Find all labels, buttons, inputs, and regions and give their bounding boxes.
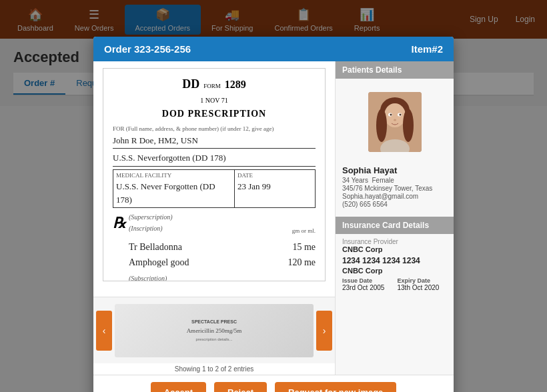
right-panel: Patients Details <box>335 61 454 375</box>
rx-date-box: DATE 23 Jan 99 <box>235 170 315 208</box>
modal-body: DD FORM 1289 1 NOV 71 DOD PRESCRIPTION F… <box>93 61 454 375</box>
insurance-section-title: Insurance Card Details <box>336 217 454 234</box>
patient-address: 345/76 Mckinsey Tower, Texas <box>342 185 447 192</box>
rx-form-number: 1289 <box>225 77 246 93</box>
prescription-modal: Order 323-256-256 Item#2 DD FORM 1289 1 … <box>93 37 454 392</box>
svg-point-10 <box>394 119 396 121</box>
ins-issue-label: Issue Date <box>342 277 392 284</box>
ins-issue-date: 23rd Oct 2005 <box>342 284 392 291</box>
rx-facility-label: MEDICAL FACILITY <box>116 171 231 181</box>
rx-title-text: DOD PRESCRIPTION <box>113 107 316 121</box>
carousel-thumb-1[interactable]: SPECTACLE PRESC Americillin 250mg/5m pre… <box>115 304 314 357</box>
patient-name: Sophia Hayat <box>342 165 447 175</box>
rx-for-label: FOR (Full name, address, & phone number)… <box>113 125 316 134</box>
modal-item-label: Item#2 <box>411 43 443 55</box>
prescription-area: DD FORM 1289 1 NOV 71 DOD PRESCRIPTION F… <box>93 61 335 375</box>
prescription-carousel: ‹ SPECTACLE PRESC Americillin 250mg/5m p… <box>93 297 335 363</box>
rx-symbol: ℞ <box>113 212 126 234</box>
rx-item2-amount: 120 me <box>288 255 316 269</box>
insurance-section: Insurance Card Details Insurance Provide… <box>336 217 454 295</box>
rx-date-value: 23 Jan 99 <box>237 180 312 193</box>
patient-photo <box>368 92 422 152</box>
carousel-showing-text: Showing 1 to 2 of 2 entries <box>93 363 335 375</box>
ins-card-number: 1234 1234 1234 1234 <box>342 256 447 265</box>
ins-expiry-date: 13th Oct 2020 <box>398 284 448 291</box>
rx-dd: DD <box>182 75 199 93</box>
rx-facility-box: MEDICAL FACILITY U.S.S. Never Forgotten … <box>113 170 235 208</box>
svg-point-9 <box>399 114 401 116</box>
patient-email: Sophia.hayat@gmail.com <box>342 193 447 200</box>
modal-footer: Accept Reject Request for new image <box>93 375 454 392</box>
ins-card-corp: CNBC Corp <box>342 267 447 275</box>
patient-phone: (520) 665 6564 <box>342 201 447 208</box>
ins-expiry-label: Expiry Date <box>398 277 448 284</box>
accept-button[interactable]: Accept <box>151 382 206 392</box>
rx-patient-name: John R Doe, HM2, USN <box>113 134 316 147</box>
ins-provider-name: CNBC Corp <box>342 245 447 253</box>
rx-subscription: (Subscription) <box>129 273 316 282</box>
request-new-image-button[interactable]: Request for new image <box>275 382 396 392</box>
modal-order-label: Order 323-256-256 <box>104 43 191 55</box>
svg-point-3 <box>376 109 387 142</box>
patient-age-gender: 34 Years Female <box>342 177 447 184</box>
ins-expiry-block: Expiry Date 13th Oct 2020 <box>398 277 448 291</box>
rx-address: U.S.S. Neverforgotten (DD 178) <box>113 151 316 165</box>
rx-date-line: 1 NOV 71 <box>113 95 316 105</box>
rx-facility-name: U.S.S. Never Forgotten (DD 178) <box>116 180 231 206</box>
carousel-prev-btn[interactable]: ‹ <box>96 311 112 351</box>
patients-section-title: Patients Details <box>336 61 454 79</box>
prescription-main: DD FORM 1289 1 NOV 71 DOD PRESCRIPTION F… <box>93 61 335 297</box>
carousel-next-btn[interactable]: › <box>316 311 332 351</box>
rx-item2-name: Amphogel good <box>129 255 189 269</box>
modal-header: Order 323-256-256 Item#2 <box>93 37 454 61</box>
rx-superscription: (Superscription) <box>129 212 316 222</box>
rx-item1-name: Tr Belladonna <box>129 240 182 254</box>
rx-item1-amount: 15 me <box>292 240 316 254</box>
rx-paper: DD FORM 1289 1 NOV 71 DOD PRESCRIPTION F… <box>103 68 326 281</box>
insurance-info: Insurance Provider CNBC Corp 1234 1234 1… <box>336 234 454 295</box>
svg-point-2 <box>384 103 406 127</box>
rx-date-label: DATE <box>237 171 312 181</box>
svg-point-4 <box>403 109 414 142</box>
ins-provider-label: Insurance Provider <box>342 238 447 245</box>
ins-dates: Issue Date 23rd Oct 2005 Expiry Date 13t… <box>342 277 447 291</box>
reject-button[interactable]: Reject <box>214 382 267 392</box>
ins-issue-block: Issue Date 23rd Oct 2005 <box>342 277 392 291</box>
rx-form-label: FORM <box>203 82 221 91</box>
svg-point-8 <box>390 114 392 116</box>
patient-info: Sophia Hayat 34 Years Female 345/76 Mcki… <box>336 163 454 214</box>
